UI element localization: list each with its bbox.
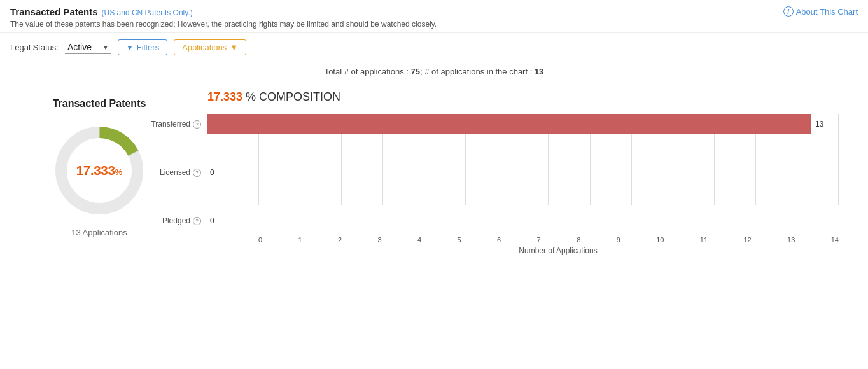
- total-apps-count: 75: [410, 67, 419, 76]
- chart-wrapper: Transferred ? 13 Licensed: [207, 114, 858, 255]
- table-row: Pledged ? 0: [207, 211, 858, 231]
- page-subtitle: (US and CN Patents Only.): [102, 8, 193, 17]
- x-label-8: 8: [577, 236, 580, 244]
- bar-value-licensed: 0: [210, 168, 214, 177]
- help-icon-licensed[interactable]: ?: [193, 169, 201, 177]
- bar-value-pledged: 0: [210, 216, 214, 225]
- x-label-10: 10: [656, 236, 664, 244]
- bar-track-transferred: 13: [207, 114, 858, 134]
- x-label-4: 4: [417, 236, 421, 244]
- page-description: The value of these patents has been reco…: [10, 20, 858, 29]
- x-label-11: 11: [700, 236, 708, 244]
- x-axis-title: Number of Applications: [258, 246, 858, 255]
- filters-button[interactable]: ▼ Filters: [118, 39, 167, 55]
- x-label-7: 7: [537, 236, 541, 244]
- summary-bar: Total # of applications : 75; # of appli…: [0, 62, 868, 79]
- info-icon: i: [783, 6, 794, 17]
- x-label-0: 0: [258, 236, 262, 244]
- applications-label: Applications: [182, 43, 227, 52]
- applications-button[interactable]: Applications ▼: [174, 39, 246, 55]
- legal-status-select[interactable]: Active Inactive All: [65, 41, 111, 54]
- bar-track-licensed: 0: [207, 162, 858, 183]
- donut-percent-sign: %: [115, 167, 123, 177]
- bar-label-licensed: Licensed ?: [157, 168, 207, 177]
- about-chart-link[interactable]: i About This Chart: [783, 6, 858, 17]
- table-row: Licensed ? 0: [207, 162, 858, 183]
- help-icon-transferred[interactable]: ?: [193, 120, 201, 129]
- dropdown-arrow-icon: ▼: [230, 43, 238, 52]
- donut-percent-value: 17.333%: [76, 164, 123, 178]
- help-icon-pledged[interactable]: ?: [193, 217, 201, 225]
- main-content: Transacted Patents 17.333% 13 Applicatio…: [0, 79, 868, 255]
- donut-center-text: 17.333%: [76, 164, 123, 178]
- title-row: Transacted Patents (US and CN Patents On…: [10, 6, 858, 17]
- x-label-1: 1: [298, 236, 302, 244]
- x-label-5: 5: [458, 236, 461, 244]
- bar-track-pledged: 0: [207, 211, 858, 231]
- x-label-3: 3: [378, 236, 382, 244]
- x-label-13: 13: [787, 236, 795, 244]
- x-label-14: 14: [831, 236, 839, 244]
- table-row: Transferred ? 13: [207, 114, 858, 134]
- x-label-9: 9: [617, 236, 620, 244]
- x-label-2: 2: [338, 236, 342, 244]
- bar-fill-transferred: 13: [207, 114, 811, 134]
- x-label-6: 6: [497, 236, 501, 244]
- composition-title: 17.333 % COMPOSITION: [207, 85, 858, 104]
- bar-label-transferred: Transferred ?: [157, 120, 207, 129]
- donut-chart: 17.333%: [48, 120, 150, 221]
- bar-rows: Transferred ? 13 Licensed: [207, 114, 858, 231]
- donut-apps-label: 13 Applications: [71, 228, 127, 237]
- chart-apps-count: 13: [535, 67, 543, 76]
- legal-status-select-wrapper[interactable]: Active Inactive All ▼: [65, 41, 111, 54]
- x-axis-labels: 0 1 2 3 4 5 6 7 8 9 10 11 12 13 14: [258, 236, 839, 244]
- controls-row: Legal Status: Active Inactive All ▼ ▼ Fi…: [0, 33, 868, 62]
- header-area: Transacted Patents (US and CN Patents On…: [0, 0, 868, 33]
- x-label-12: 12: [743, 236, 751, 244]
- page-title: Transacted Patents: [10, 6, 98, 17]
- bar-section: 17.333 % COMPOSITION: [188, 85, 858, 255]
- about-chart-label: About This Chart: [796, 7, 858, 17]
- bar-label-pledged: Pledged ?: [157, 216, 207, 225]
- composition-suffix: % COMPOSITION: [246, 90, 340, 103]
- donut-title: Transacted Patents: [53, 98, 146, 109]
- filter-icon: ▼: [126, 43, 134, 52]
- composition-percent: 17.333: [207, 90, 242, 103]
- legal-status-label: Legal Status:: [10, 43, 59, 52]
- bars-area: Transferred ? 13 Licensed: [207, 114, 858, 231]
- filters-label: Filters: [137, 43, 159, 52]
- bar-value-transferred: 13: [815, 120, 823, 129]
